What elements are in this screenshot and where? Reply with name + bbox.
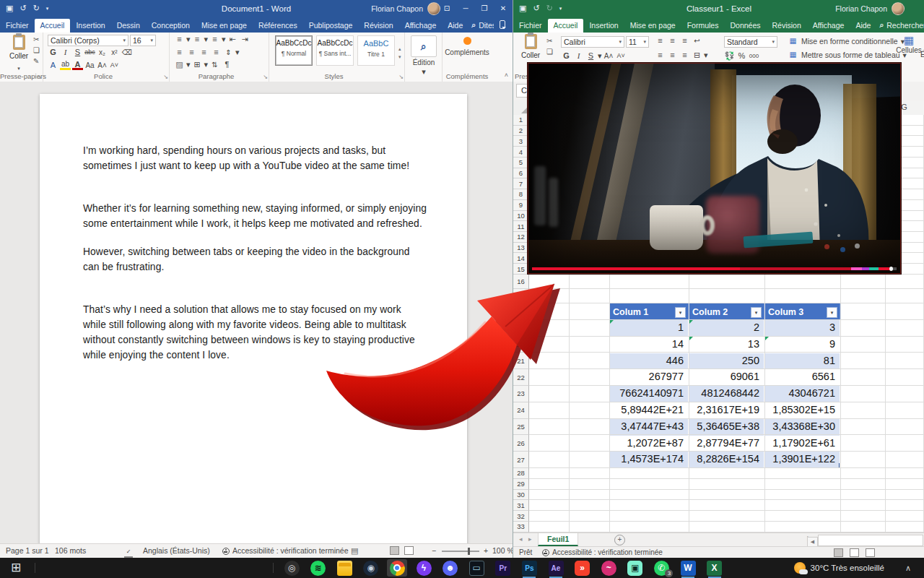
font-name-select[interactable]: Calibri (Corps) — [48, 35, 128, 46]
cells-button[interactable]: Cellules — [894, 35, 923, 54]
copy-icon[interactable] — [546, 48, 553, 56]
row-header[interactable]: 13 — [513, 243, 529, 254]
word-account[interactable]: Florian Chapon — [371, 0, 440, 17]
align-center-icon[interactable] — [186, 48, 197, 57]
grid-row[interactable] — [529, 369, 924, 386]
tab-excel-aide[interactable]: Aide — [850, 19, 876, 33]
grow-font-icon[interactable] — [603, 51, 614, 61]
grid-row[interactable] — [529, 490, 924, 501]
row-header[interactable]: 10 — [513, 211, 529, 222]
row-header[interactable]: 32 — [513, 511, 529, 522]
increase-indent-icon[interactable] — [240, 35, 250, 44]
tab-excel-donn-es[interactable]: Données — [724, 19, 766, 33]
italic-icon[interactable] — [60, 48, 71, 57]
row-header[interactable]: 23 — [513, 386, 529, 402]
row-header[interactable]: 14 — [513, 253, 529, 264]
taskbar-icon-steam[interactable]: ◉ — [361, 559, 381, 577]
start-button[interactable]: ⊞ — [7, 560, 25, 576]
paste-button[interactable]: Coller — [516, 34, 545, 59]
tab-word-accueil[interactable]: Accueil — [35, 19, 71, 33]
italic-icon[interactable] — [573, 51, 584, 61]
row-header[interactable]: 2 — [513, 126, 529, 137]
minimize-icon[interactable]: ─ — [456, 0, 475, 17]
zoom-in-icon[interactable]: + — [484, 546, 488, 555]
word-page[interactable]: I’m working hard, spending hours on vari… — [40, 94, 467, 543]
editing-button[interactable] — [411, 35, 437, 57]
grid-row[interactable] — [529, 500, 924, 511]
format-painter-icon[interactable] — [33, 57, 40, 65]
page-count[interactable]: Page 1 sur 1 — [6, 546, 49, 555]
select-all-corner[interactable] — [513, 100, 530, 115]
sort-icon[interactable] — [209, 60, 220, 69]
comments-icon[interactable] — [500, 20, 505, 29]
conditional-formatting-label[interactable]: Mise en forme conditionnelle — [801, 37, 898, 46]
row-header[interactable]: 31 — [513, 500, 529, 511]
grid-row[interactable] — [529, 435, 924, 452]
align-right-icon[interactable] — [199, 48, 209, 57]
tab-word-r-f-rences[interactable]: Références — [253, 19, 303, 33]
style-normal[interactable]: AaBbCcDc ¶ Normal — [275, 35, 313, 66]
page-layout-view-icon[interactable] — [850, 548, 859, 557]
taskbar-icon-obs[interactable]: ◎ — [282, 559, 302, 577]
line-spacing-icon[interactable] — [223, 48, 234, 57]
clipboard-dialog-launcher-icon[interactable]: ↘ — [37, 74, 42, 80]
cut-icon[interactable] — [33, 35, 40, 43]
merge-center-icon[interactable] — [692, 51, 702, 60]
grid-row[interactable] — [529, 479, 924, 490]
sheet-tab-feuil1[interactable]: Feuil1 — [538, 533, 578, 546]
grid-row[interactable] — [529, 419, 924, 436]
grid-row[interactable] — [529, 353, 924, 369]
taskbar-icon-rush[interactable]: » — [572, 559, 593, 577]
row-header[interactable]: 29 — [513, 479, 529, 490]
add-sheet-icon[interactable]: + — [614, 535, 625, 545]
row-header[interactable]: 8 — [513, 189, 529, 200]
style-no-spacing[interactable]: AaBbCcDc ¶ Sans int... — [316, 35, 354, 66]
customize-qat-icon[interactable] — [46, 6, 49, 12]
addins-button-label[interactable]: Compléments — [445, 48, 489, 56]
row-header[interactable]: 7 — [513, 178, 529, 189]
grid-row[interactable] — [529, 468, 924, 479]
row-header[interactable]: 11 — [513, 221, 529, 232]
tray-expand-icon[interactable]: ∧ — [905, 564, 911, 573]
tab-word-insertion[interactable]: Insertion — [70, 19, 110, 33]
tab-word-fichier[interactable]: Fichier — [0, 19, 35, 33]
row-header[interactable]: 3 — [513, 136, 529, 147]
styles-dialog-launcher-icon[interactable]: ↘ — [398, 74, 404, 80]
align-middle-icon[interactable] — [667, 36, 678, 46]
avatar[interactable] — [892, 2, 905, 15]
taskbar-icon-word[interactable]: W — [678, 559, 698, 577]
tab-word-aide[interactable]: Aide — [442, 19, 468, 33]
tab-word-affichage[interactable]: Affichage — [399, 19, 443, 33]
accessibility-status[interactable]: Accessibilité : vérification terminée — [222, 546, 348, 555]
font-size-select[interactable]: 16 — [130, 35, 156, 46]
row-header[interactable]: 22 — [513, 369, 529, 386]
row-header[interactable]: 9 — [513, 200, 529, 211]
grid-row[interactable] — [529, 275, 924, 289]
save-icon[interactable]: ▣ — [519, 4, 526, 13]
row-header[interactable]: 21 — [513, 353, 529, 369]
proofing-icon[interactable]: ✓ — [124, 546, 133, 558]
currency-format-icon[interactable]: 💱 — [724, 51, 735, 61]
row-header[interactable]: 12 — [513, 232, 529, 243]
taskbar-icon-chrome[interactable] — [387, 559, 407, 577]
customize-qat-icon[interactable] — [559, 6, 562, 12]
shading-icon[interactable] — [174, 60, 185, 69]
tab-excel-mise-en-page[interactable]: Mise en page — [624, 19, 681, 33]
zoom-slider-thumb[interactable] — [468, 548, 470, 555]
shrink-font-icon[interactable] — [109, 60, 120, 70]
redo-icon[interactable]: ↻ — [33, 4, 40, 13]
paste-button[interactable]: Coller — [4, 35, 33, 73]
zoom-slider[interactable] — [442, 551, 479, 552]
row-header[interactable]: 15 — [513, 264, 529, 275]
align-top-icon[interactable] — [655, 36, 666, 46]
save-icon[interactable]: ▣ — [6, 4, 13, 13]
bold-icon[interactable] — [561, 51, 572, 61]
paragraph-dialog-launcher-icon[interactable]: ↘ — [263, 74, 268, 80]
redo-icon[interactable]: ↻ — [546, 4, 553, 13]
show-marks-icon[interactable] — [222, 60, 232, 69]
grid-row[interactable] — [529, 452, 924, 468]
grid-row[interactable] — [529, 320, 924, 337]
horizontal-scrollbar[interactable]: ◀ — [818, 535, 923, 546]
decrease-indent-icon[interactable] — [227, 35, 238, 44]
grid-row[interactable] — [529, 511, 924, 522]
